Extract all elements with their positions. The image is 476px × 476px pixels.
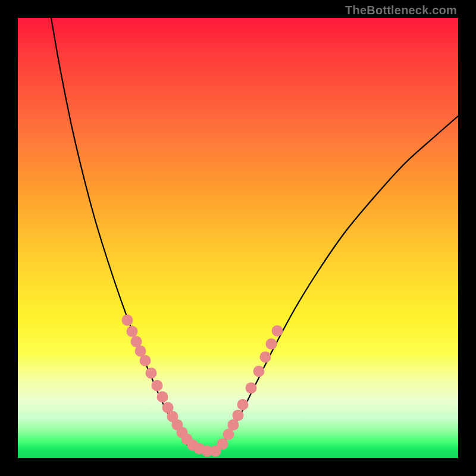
dots-right-dot xyxy=(260,352,271,363)
dots-right-dot xyxy=(272,325,283,337)
watermark-label: TheBottleneck.com xyxy=(345,4,457,17)
plot-area xyxy=(18,18,458,458)
curve-svg xyxy=(18,18,458,458)
dots-left-dot xyxy=(127,326,138,337)
dots-right-dot xyxy=(253,366,265,377)
dots-right-dot xyxy=(246,383,257,394)
dots-right-dot xyxy=(237,399,249,411)
dots-right-dot xyxy=(233,410,244,421)
dots-right-dot xyxy=(217,439,228,450)
dots-left-dot xyxy=(146,368,157,379)
dots-left-dot xyxy=(157,392,168,403)
dots-left-dot xyxy=(140,355,151,367)
dots-left-dot xyxy=(122,315,133,326)
dots-left-dot xyxy=(152,380,163,392)
chart-frame: TheBottleneck.com xyxy=(0,0,476,476)
dot-overlay-group xyxy=(122,315,283,457)
dots-right-dot xyxy=(266,339,277,350)
